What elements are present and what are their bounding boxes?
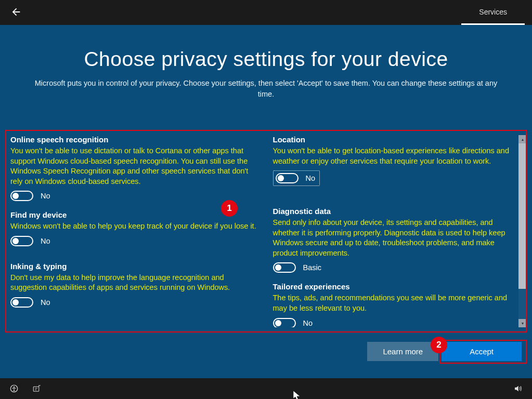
- setting-find-my-device: Find my device Windows won't be able to …: [10, 210, 259, 246]
- toggle-tailored-experiences[interactable]: [273, 318, 296, 328]
- accept-button[interactable]: Accept: [442, 342, 522, 361]
- ime-icon[interactable]: [32, 384, 42, 393]
- setting-desc: You won't be able to use dictation or ta…: [10, 146, 259, 187]
- cursor-icon: [293, 391, 301, 399]
- toggle-label: No: [306, 174, 316, 182]
- setting-title: Location: [273, 135, 522, 144]
- back-button[interactable]: [7, 3, 25, 22]
- volume-icon[interactable]: [513, 384, 523, 393]
- toggle-label: No: [303, 319, 313, 327]
- annotation-badge-2: 2: [431, 337, 447, 353]
- toggle-label: No: [41, 192, 50, 200]
- toggle-find-my-device[interactable]: [10, 236, 33, 246]
- setting-diagnostic-data: Diagnostic data Send only info about you…: [273, 207, 522, 273]
- setting-desc: Don't use my data to help improve the la…: [10, 273, 259, 293]
- setting-desc: The tips, ads, and recommendations you s…: [273, 293, 522, 313]
- setting-desc: Windows won't be able to help you keep t…: [10, 221, 259, 232]
- toggle-label: Basic: [303, 263, 321, 272]
- toggle-label: No: [41, 237, 50, 245]
- setting-location: Location You won't be able to get locati…: [273, 135, 522, 186]
- toggle-location[interactable]: [276, 173, 299, 183]
- taskbar: [0, 378, 532, 399]
- setting-tailored-experiences: Tailored experiences The tips, ads, and …: [273, 282, 522, 327]
- setting-desc: Send only info about your device, its se…: [273, 218, 522, 258]
- toggle-diagnostic-data[interactable]: [273, 262, 296, 273]
- setting-desc: You won't be able to get location-based …: [273, 146, 522, 166]
- toggle-inking-typing[interactable]: [10, 297, 33, 308]
- setting-title: Tailored experiences: [273, 282, 522, 291]
- toggle-label: No: [41, 298, 50, 307]
- setting-title: Online speech recognition: [10, 135, 259, 144]
- page-title: Choose privacy settings for your device: [5, 48, 527, 71]
- page-subtitle: Microsoft puts you in control of your pr…: [27, 78, 505, 100]
- settings-scroll-area: Online speech recognition You won't be a…: [10, 135, 522, 327]
- scrollbar[interactable]: ▲ ▼: [518, 135, 527, 327]
- learn-more-button[interactable]: Learn more: [367, 342, 438, 361]
- setting-title: Inking & typing: [10, 262, 259, 271]
- tab-services[interactable]: Services: [461, 0, 525, 25]
- toggle-online-speech[interactable]: [10, 191, 33, 201]
- back-arrow-icon: [10, 6, 22, 18]
- svg-rect-2: [33, 387, 39, 391]
- scroll-down-button[interactable]: ▼: [518, 319, 527, 327]
- scroll-thumb[interactable]: [518, 143, 527, 289]
- setting-online-speech: Online speech recognition You won't be a…: [10, 135, 259, 201]
- annotation-badge-1: 1: [221, 200, 238, 217]
- setting-inking-typing: Inking & typing Don't use my data to hel…: [10, 262, 259, 308]
- setting-title: Diagnostic data: [273, 207, 522, 216]
- ease-of-access-icon[interactable]: [9, 384, 19, 393]
- svg-point-1: [14, 387, 15, 388]
- scroll-up-button[interactable]: ▲: [518, 135, 527, 143]
